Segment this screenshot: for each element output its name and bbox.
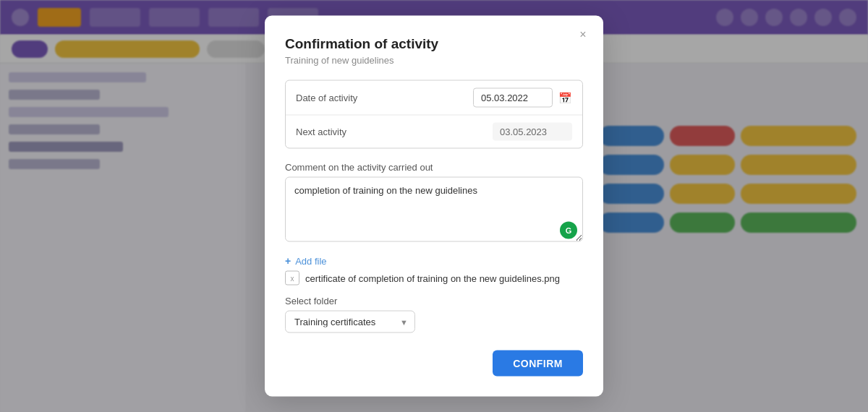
comment-textarea[interactable] [285,177,583,242]
close-button[interactable]: × [574,26,592,43]
confirmation-modal: × Confirmation of activity Training of n… [265,16,603,397]
comment-label: Comment on the activity carried out [285,162,583,173]
next-activity-row: Next activity [286,115,582,148]
file-name: certificate of completion of training on… [305,272,560,283]
date-of-activity-input[interactable] [473,88,553,108]
add-file-label: Add file [295,255,326,266]
calendar-icon[interactable]: 📅 [558,91,572,104]
next-activity-input[interactable] [493,123,572,141]
date-fields-box: Date of activity 📅 Next activity [285,80,583,149]
file-item: x certificate of completion of training … [285,271,583,286]
comment-textarea-wrap: G [285,177,583,245]
file-remove-button[interactable]: x [285,271,299,286]
date-of-activity-input-wrap: 📅 [473,88,572,108]
add-file-plus-icon: + [285,255,291,267]
date-of-activity-row: Date of activity 📅 [286,81,582,115]
folder-select-wrap: Training certificates Other ▼ [285,311,415,333]
modal-footer: CONFIRM [285,351,583,377]
grammarly-badge: G [560,222,577,239]
confirm-button[interactable]: CONFIRM [493,351,583,377]
next-activity-label: Next activity [296,126,493,137]
next-activity-input-wrap [493,123,572,141]
date-of-activity-label: Date of activity [296,93,473,103]
select-folder-label: Select folder [285,296,583,306]
modal-subtitle: Training of new guidelines [285,55,583,66]
add-file-row[interactable]: + Add file [285,255,583,267]
modal-title: Confirmation of activity [285,36,583,52]
folder-select[interactable]: Training certificates Other [285,311,415,333]
